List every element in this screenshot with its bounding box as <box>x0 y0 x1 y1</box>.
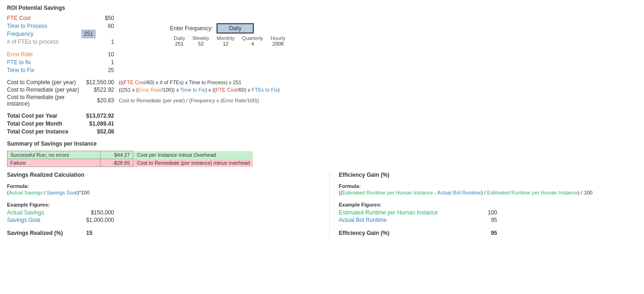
success-value: $44.27 <box>101 151 133 159</box>
savings-goal-value: $1,000,000 <box>81 217 119 223</box>
fte-count-label: # of FTEs to process <box>7 39 81 45</box>
time-to-process-value: 60 <box>81 23 119 29</box>
fte-cost-value: $50 <box>81 15 119 21</box>
fte-to-fix-label: FTE to fix <box>7 59 81 66</box>
fte-cost-label: FTE Cost <box>7 15 81 21</box>
savings-result-label: Savings Realized (%) <box>7 230 81 236</box>
efficiency-gain-section: Efficiency Gain (%) Formula: ((Estimated… <box>329 172 637 238</box>
failure-formula: Cost to Remediate (per instance) minus o… <box>133 159 253 167</box>
freq-header-daily: Daily <box>170 35 189 41</box>
success-formula: Cost per Instance minus Overhead <box>133 151 253 159</box>
savings-table: Successful Run, no errors $44.27 Cost pe… <box>7 151 253 167</box>
efficiency-result-label: Efficiency Gain (%) <box>339 230 469 236</box>
efficiency-formula: ((Estimated Runtime per Human Instance -… <box>339 190 637 195</box>
frequency-value: 251 <box>81 30 95 38</box>
time-to-fix-value: 25 <box>81 67 119 74</box>
freq-val-weekly: 52 <box>189 41 213 47</box>
total-year-label: Total Cost per Year <box>7 113 81 119</box>
runtime-human-label: Estimated Runtime per Human Instance <box>339 209 469 216</box>
remediate-inst-value: $20.83 <box>81 97 119 104</box>
bot-runtime-value: 95 <box>469 217 497 223</box>
failure-label: Failure <box>7 159 101 167</box>
runtime-human-value: 100 <box>469 209 497 216</box>
freq-val-monthly: 12 <box>213 41 238 47</box>
freq-header-hourly: Hourly <box>267 35 289 41</box>
frequency-row: Frequency 251 <box>7 31 165 37</box>
fte-count-value: 1 <box>81 39 119 45</box>
total-month-value: $1,089.41 <box>81 120 119 127</box>
efficiency-gain-title: Efficiency Gain (%) <box>339 172 637 178</box>
savings-formula: (Actual Savings / Savings Goal)*100 <box>7 190 315 195</box>
enter-frequency-input[interactable]: Daily <box>217 23 254 33</box>
error-rate-label: Error Rate <box>7 51 81 58</box>
efficiency-examples-title: Example Figures: <box>339 202 637 207</box>
total-year-value: $13,072.92 <box>81 113 119 119</box>
time-to-process-label: Time to Process <box>7 23 81 29</box>
actual-savings-value: $150,000 <box>81 209 119 216</box>
error-section: Error Rate 10 FTE to fix 1 Time to Fix 2… <box>7 51 637 74</box>
freq-val-hourly: 2008 <box>267 41 289 47</box>
enter-frequency-label: Enter Frequency: <box>170 25 213 32</box>
savings-goal-label: Savings Goal <box>7 217 81 223</box>
remediate-inst-label: Cost to Remediate (per instance) <box>7 94 81 107</box>
page-title: ROI Potential Savings <box>7 5 637 11</box>
savings-realized-section: Savings Realized Calculation Formula: (A… <box>7 172 315 238</box>
savings-success-row: Successful Run, no errors $44.27 Cost pe… <box>7 151 253 159</box>
efficiency-result-value: 95 <box>469 230 497 236</box>
success-label: Successful Run, no errors <box>7 151 101 159</box>
complete-value: $12,550.00 <box>81 79 119 86</box>
actual-savings-label: Actual Savings <box>7 209 81 216</box>
total-instance-value: $52.08 <box>81 128 119 135</box>
fte-cost-row: FTE Cost $50 <box>7 15 165 21</box>
total-month-label: Total Cost per Month <box>7 120 81 127</box>
remediate-inst-formula: Cost to Remediate (per year) / (Frequenc… <box>119 98 259 103</box>
freq-val-quarterly: 4 <box>238 41 267 47</box>
fte-count-row: # of FTEs to process 1 <box>7 39 165 45</box>
frequency-section: Enter Frequency: Daily Daily Weekly Mont… <box>170 23 289 47</box>
freq-val-daily: 251 <box>170 41 189 47</box>
freq-header-monthly: Monthly <box>213 35 238 41</box>
time-to-process-row: Time to Process 60 <box>7 23 165 29</box>
remediate-year-formula: ((251 x (Error Rate/100)) x Time to Fix)… <box>119 87 279 93</box>
time-to-fix-label: Time to Fix <box>7 67 81 74</box>
frequency-label: Frequency <box>7 31 81 37</box>
total-instance-label: Total Cost per Instance <box>7 128 81 135</box>
savings-formula-title: Formula: <box>7 183 315 189</box>
savings-examples-title: Example Figures: <box>7 202 315 207</box>
complete-label: Cost to Complete (per year) <box>7 79 81 86</box>
savings-summary-section: Summary of Savings per Instance Successf… <box>7 140 637 167</box>
bottom-section: Savings Realized Calculation Formula: (A… <box>7 172 637 238</box>
savings-result-value: 15 <box>81 230 119 236</box>
remediate-year-label: Cost to Remediate (per year) <box>7 87 81 93</box>
cost-section: Cost to Complete (per year) $12,550.00 (… <box>7 79 637 107</box>
failure-value: -$28.65 <box>101 159 133 167</box>
fte-to-fix-value: 1 <box>81 59 119 66</box>
frequency-table: Daily Weekly Monthly Quarterly Hourly 25… <box>170 35 289 47</box>
complete-formula: (((FTE Cost/60) x # of FTEs) x Time to P… <box>119 80 241 85</box>
freq-header-quarterly: Quarterly <box>238 35 267 41</box>
efficiency-formula-title: Formula: <box>339 183 637 189</box>
savings-realized-title: Savings Realized Calculation <box>7 172 315 178</box>
page-container: ROI Potential Savings FTE Cost $50 Time … <box>7 5 637 238</box>
remediate-year-value: $522.92 <box>81 87 119 93</box>
total-cost-section: Total Cost per Year $13,072.92 Total Cos… <box>7 113 637 135</box>
bot-runtime-label: Actual Bot Runtime <box>339 217 469 223</box>
freq-header-weekly: Weekly <box>189 35 213 41</box>
error-rate-value: 10 <box>81 51 119 58</box>
savings-summary-title: Summary of Savings per Instance <box>7 140 637 147</box>
savings-failure-row: Failure -$28.65 Cost to Remediate (per i… <box>7 159 253 167</box>
